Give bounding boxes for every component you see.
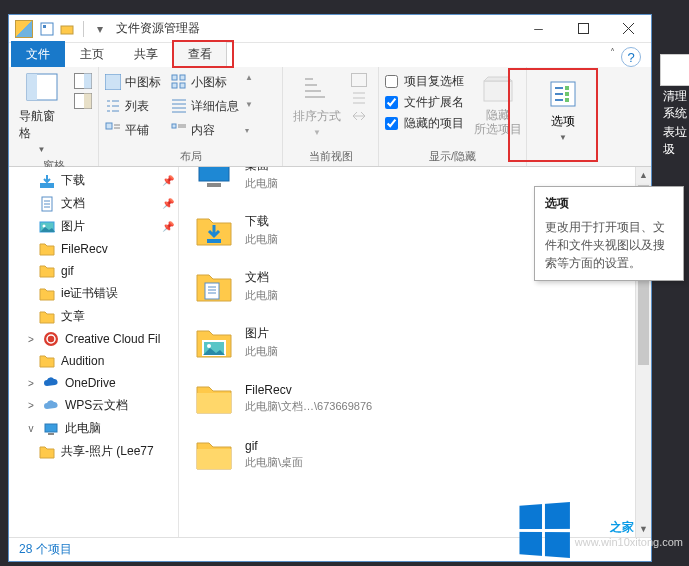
layout-details[interactable]: 详细信息 <box>171 98 239 115</box>
navigation-pane[interactable]: 下载📌文档📌图片📌FileRecvgifie证书错误文章>Creative Cl… <box>9 167 179 537</box>
tooltip-body: 更改用于打开项目、文件和文件夹视图以及搜索等方面的设置。 <box>545 218 673 272</box>
window-title: 文件资源管理器 <box>116 20 200 37</box>
preview-pane-icon[interactable] <box>74 73 92 89</box>
svg-rect-22 <box>484 81 512 101</box>
ribbon-group-showhide-label: 显示/隐藏 <box>385 147 520 166</box>
expand-icon[interactable]: > <box>25 400 37 411</box>
nav-item[interactable]: 文档📌 <box>9 192 178 215</box>
nav-item-label: Creative Cloud Fil <box>65 332 160 346</box>
ribbon-group-options-label <box>533 150 593 166</box>
cleanup-icon <box>660 54 689 86</box>
nav-item[interactable]: 文章 <box>9 305 178 328</box>
minimize-button[interactable]: ─ <box>516 15 561 43</box>
svg-rect-37 <box>48 433 54 435</box>
layout-medium-icons[interactable]: 中图标 <box>105 74 161 91</box>
nav-item-label: 文档 <box>61 195 85 212</box>
nav-item[interactable]: 下载📌 <box>9 169 178 192</box>
window-controls: ─ <box>516 15 651 43</box>
expand-icon[interactable]: v <box>25 423 37 434</box>
downloads-icon <box>39 173 55 189</box>
layout-list[interactable]: 列表 <box>105 98 161 115</box>
file-item[interactable]: 图片此电脑 <box>193 321 651 363</box>
svg-rect-25 <box>565 86 569 90</box>
close-button[interactable] <box>606 15 651 43</box>
checkbox-file-extensions[interactable]: 文件扩展名 <box>385 94 464 111</box>
ribbon-collapse-icon[interactable]: ˄ <box>610 47 615 58</box>
help-button[interactable]: ? <box>621 47 641 67</box>
options-label: 选项 <box>551 113 575 130</box>
tab-share[interactable]: 共享 <box>119 41 173 67</box>
layout-scroll-up-icon[interactable]: ▲ <box>245 73 253 82</box>
nav-item[interactable]: >WPS云文档 <box>9 394 178 417</box>
folder-icon <box>39 263 55 279</box>
doc-big-icon <box>193 265 235 307</box>
folder-icon <box>39 309 55 325</box>
nav-pane-button[interactable]: 导航窗格 ▼ <box>15 71 68 156</box>
maximize-button[interactable] <box>561 15 606 43</box>
desktop-shortcut-line2: 表垃圾 <box>663 124 689 158</box>
expand-icon[interactable]: > <box>25 334 37 345</box>
file-item[interactable]: gif此电脑\桌面 <box>193 433 651 475</box>
svg-rect-28 <box>555 99 563 101</box>
svg-rect-29 <box>565 98 569 102</box>
pc-icon <box>43 421 59 437</box>
scroll-up-button[interactable]: ▲ <box>636 167 651 183</box>
checkbox-hidden-items[interactable]: 隐藏的项目 <box>385 115 464 132</box>
tab-view[interactable]: 查看 <box>173 41 227 67</box>
ribbon-group-layout: 中图标 小图标 列表 详细信息 平铺 内容 ▲ ▼ ▾ 布局 <box>99 67 283 166</box>
nav-item[interactable]: >Creative Cloud Fil <box>9 328 178 350</box>
nav-item[interactable]: FileRecv <box>9 238 178 260</box>
ribbon-group-options: 选项 ▼ <box>527 67 599 166</box>
svg-rect-2 <box>61 26 73 34</box>
nav-item[interactable]: 图片📌 <box>9 215 178 238</box>
tab-home[interactable]: 主页 <box>65 41 119 67</box>
add-columns-icon <box>351 91 367 105</box>
svg-rect-13 <box>172 83 177 88</box>
expand-icon[interactable]: > <box>25 378 37 389</box>
nav-item[interactable]: 共享-照片 (Lee77 <box>9 440 178 463</box>
nav-item-label: FileRecv <box>61 242 108 256</box>
layout-content[interactable]: 内容 <box>171 122 239 139</box>
ribbon-group-currentview-label: 当前视图 <box>289 147 372 166</box>
tab-file[interactable]: 文件 <box>11 41 65 67</box>
options-button[interactable]: 选项 ▼ <box>536 71 590 149</box>
quick-access-toolbar: ▾ <box>39 21 108 37</box>
svg-rect-24 <box>555 87 563 89</box>
folder-big-icon <box>193 377 235 419</box>
qat-separator <box>83 21 84 37</box>
file-name: 桌面 <box>245 167 278 174</box>
nav-item-label: 此电脑 <box>65 420 101 437</box>
svg-point-34 <box>44 332 58 346</box>
nav-item[interactable]: ie证书错误 <box>9 282 178 305</box>
folder-icon <box>39 286 55 302</box>
qat-dropdown-icon[interactable]: ▾ <box>92 21 108 37</box>
svg-rect-39 <box>207 183 221 187</box>
ribbon-tabs: 文件 主页 共享 查看 ˄ ? <box>9 43 651 67</box>
layout-expand-icon[interactable]: ▾ <box>245 126 253 135</box>
nav-item[interactable]: >OneDrive <box>9 372 178 394</box>
svg-rect-26 <box>555 93 563 95</box>
qat-newfolder-icon[interactable] <box>59 21 75 37</box>
hide-selected-button: 隐藏 所选项目 <box>470 71 526 139</box>
qat-properties-icon[interactable] <box>39 21 55 37</box>
svg-rect-1 <box>43 25 46 28</box>
layout-tiles[interactable]: 平铺 <box>105 122 161 139</box>
details-pane-icon[interactable] <box>74 93 92 109</box>
hide-icon <box>482 73 514 105</box>
pictures-big-icon <box>193 321 235 363</box>
desktop-shortcut[interactable]: 清理系统 表垃圾 <box>663 54 689 158</box>
file-name: FileRecv <box>245 383 372 397</box>
layout-small-icons[interactable]: 小图标 <box>171 74 239 91</box>
file-item[interactable]: FileRecv此电脑\文档…\673669876 <box>193 377 651 419</box>
tooltip-title: 选项 <box>545 195 673 212</box>
layout-scroll-down-icon[interactable]: ▼ <box>245 100 253 109</box>
checkbox-item-checkboxes[interactable]: 项目复选框 <box>385 73 464 90</box>
svg-rect-10 <box>105 74 121 90</box>
options-icon <box>547 78 579 110</box>
nav-item[interactable]: Audition <box>9 350 178 372</box>
explorer-window: ▾ 文件资源管理器 ─ 文件 主页 共享 查看 ˄ ? 导航窗格 ▼ <box>8 14 652 562</box>
pin-icon: 📌 <box>162 221 174 232</box>
nav-item[interactable]: v此电脑 <box>9 417 178 440</box>
svg-rect-7 <box>84 74 92 89</box>
nav-item[interactable]: gif <box>9 260 178 282</box>
